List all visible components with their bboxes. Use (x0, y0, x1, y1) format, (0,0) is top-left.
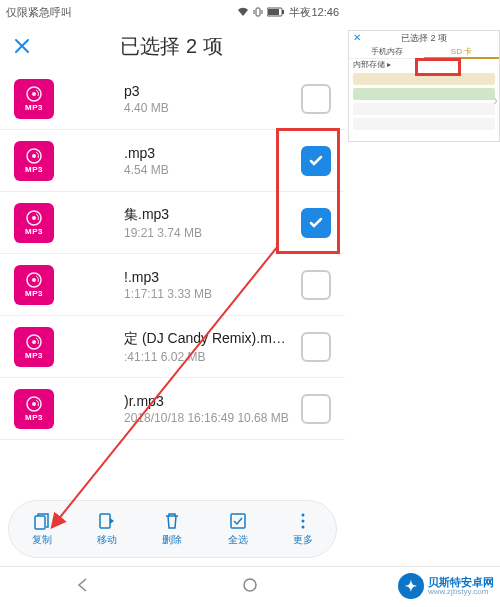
file-row[interactable]: MP3p34.40 MB (0, 68, 345, 130)
select-all-button[interactable]: 全选 (211, 511, 265, 547)
file-meta: :41:11 6.02 MB (124, 350, 301, 364)
brand-name: 贝斯特安卓网 (428, 576, 494, 588)
status-time: 半夜12:46 (289, 5, 339, 20)
file-row[interactable]: MP3)r.mp32018/10/18 16:16:49 10.68 MB (0, 378, 345, 440)
file-list: MP3p34.40 MBMP3.mp34.54 MBMP3集.mp319:21 … (0, 68, 345, 440)
file-name: .mp3 (124, 145, 301, 161)
chevron-right-icon: › (493, 92, 498, 108)
svg-rect-20 (231, 514, 245, 528)
inset-title: 已选择 2 项 (401, 32, 447, 45)
brand-icon: ✦ (398, 573, 424, 599)
file-checkbox[interactable] (301, 146, 331, 176)
file-info: 定 (DJ Candy Remix).m…:41:11 6.02 MB (124, 330, 301, 364)
mp3-icon: MP3 (14, 141, 54, 181)
status-right: 半夜12:46 (237, 5, 339, 20)
file-checkbox[interactable] (301, 394, 331, 424)
file-info: !.mp31:17:11 3.33 MB (124, 269, 301, 301)
copy-label: 复制 (32, 533, 52, 547)
mp3-icon: MP3 (14, 389, 54, 429)
file-checkbox[interactable] (301, 84, 331, 114)
nav-home-icon[interactable] (241, 576, 259, 598)
svg-point-15 (32, 340, 36, 344)
file-info: .mp34.54 MB (124, 145, 301, 177)
vibrate-icon (253, 7, 263, 17)
svg-rect-4 (268, 9, 279, 15)
svg-point-11 (32, 216, 36, 220)
file-name: !.mp3 (124, 269, 301, 285)
file-name: p3 (124, 83, 301, 99)
delete-label: 删除 (162, 533, 182, 547)
svg-rect-19 (100, 514, 110, 528)
file-info: p34.40 MB (124, 83, 301, 115)
delete-button[interactable]: 删除 (145, 511, 199, 547)
page-title: 已选择 2 项 (10, 33, 333, 60)
mp3-icon: MP3 (14, 203, 54, 243)
file-row[interactable]: MP3集.mp319:21 3.74 MB (0, 192, 345, 254)
phone-frame: 仅限紧急呼叫 半夜12:46 已选择 2 项 MP3p34.40 MBMP3.m… (0, 0, 345, 562)
svg-rect-5 (282, 10, 284, 14)
wifi-icon (237, 7, 249, 17)
file-row[interactable]: MP3.mp34.54 MB (0, 130, 345, 192)
nav-back-icon[interactable] (74, 576, 92, 598)
bottom-bar: 复制 移动 删除 全选 更多 (8, 500, 337, 558)
inset-tab-phone: 手机内存 (349, 45, 424, 59)
file-meta: 19:21 3.74 MB (124, 226, 301, 240)
move-button[interactable]: 移动 (80, 511, 134, 547)
svg-rect-18 (35, 516, 45, 529)
file-name: 定 (DJ Candy Remix).m… (124, 330, 301, 348)
svg-point-23 (302, 526, 305, 529)
file-meta: 4.54 MB (124, 163, 301, 177)
select-all-label: 全选 (228, 533, 248, 547)
move-label: 移动 (97, 533, 117, 547)
mp3-icon: MP3 (14, 79, 54, 119)
file-checkbox[interactable] (301, 332, 331, 362)
inset-close-icon: ✕ (353, 33, 363, 43)
file-meta: 2018/10/18 16:16:49 10.68 MB (124, 411, 301, 425)
file-info: )r.mp32018/10/18 16:16:49 10.68 MB (124, 393, 301, 425)
svg-point-13 (32, 278, 36, 282)
svg-rect-0 (256, 8, 260, 16)
svg-point-9 (32, 154, 36, 158)
file-row[interactable]: MP3!.mp31:17:11 3.33 MB (0, 254, 345, 316)
svg-point-21 (302, 514, 305, 517)
battery-icon (267, 7, 285, 17)
copy-button[interactable]: 复制 (15, 511, 69, 547)
svg-point-17 (32, 402, 36, 406)
inset-thumbnail: ✕ 已选择 2 项 手机内存 SD 卡 内部存储▸ (348, 30, 500, 142)
file-row[interactable]: MP3定 (DJ Candy Remix).m…:41:11 6.02 MB (0, 316, 345, 378)
status-left: 仅限紧急呼叫 (6, 5, 237, 20)
file-name: 集.mp3 (124, 206, 301, 224)
file-info: 集.mp319:21 3.74 MB (124, 206, 301, 240)
mp3-icon: MP3 (14, 265, 54, 305)
inset-path: 内部存储 (353, 59, 385, 70)
svg-point-24 (244, 579, 256, 591)
inset-tab-sd: SD 卡 (424, 45, 499, 59)
more-label: 更多 (293, 533, 313, 547)
svg-point-22 (302, 520, 305, 523)
file-meta: 4.40 MB (124, 101, 301, 115)
status-bar: 仅限紧急呼叫 半夜12:46 (0, 0, 345, 24)
file-checkbox[interactable] (301, 270, 331, 300)
file-meta: 1:17:11 3.33 MB (124, 287, 301, 301)
svg-point-7 (32, 92, 36, 96)
title-bar: 已选择 2 项 (0, 24, 345, 68)
file-checkbox[interactable] (301, 208, 331, 238)
file-name: )r.mp3 (124, 393, 301, 409)
inset-body: 内部存储▸ (349, 59, 499, 130)
mp3-icon: MP3 (14, 327, 54, 367)
brand-logo: ✦ 贝斯特安卓网 www.zjbstyy.com (398, 573, 494, 599)
more-button[interactable]: 更多 (276, 511, 330, 547)
brand-url: www.zjbstyy.com (428, 588, 494, 597)
